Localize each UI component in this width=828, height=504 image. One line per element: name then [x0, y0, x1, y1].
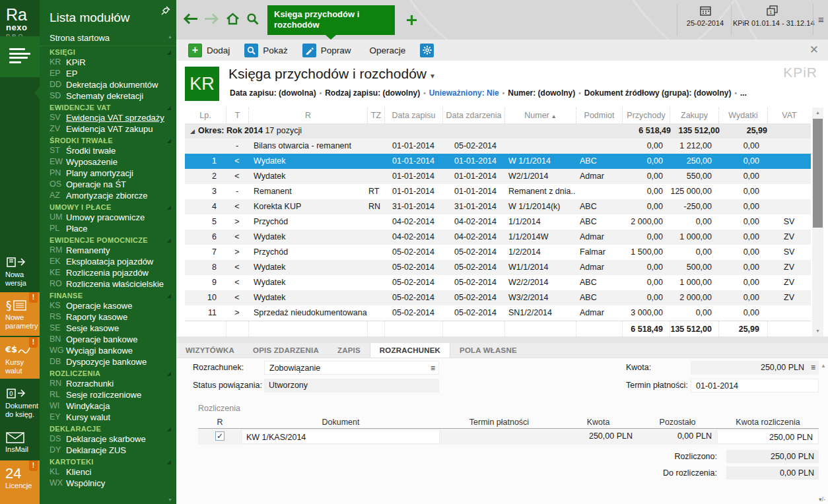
home-button[interactable]: [226, 13, 240, 25]
sidebar-item-pn[interactable]: PNPlany amortyzacji: [40, 168, 176, 179]
section-collapse-icon[interactable]: ◢: [167, 138, 171, 144]
period-widget[interactable]: 1 KPiR 01.01.14 - 31.12.14: [733, 5, 812, 27]
sidebar-section-header[interactable]: KSIĘGI◢: [40, 46, 176, 57]
sidebar-item-dd[interactable]: DDDekretacja dokumentów: [40, 79, 176, 90]
sidebar-item-wg[interactable]: WGWyciągi bankowe: [40, 345, 176, 356]
sidebar-item-se[interactable]: SESesje kasowe: [40, 323, 176, 334]
section-collapse-icon[interactable]: ◢: [167, 426, 171, 432]
column-header-vat[interactable]: VAT: [767, 108, 811, 123]
operations-menu[interactable]: Operacje: [370, 46, 406, 55]
sidebar-item-wx[interactable]: WXWspólnicy: [40, 478, 176, 489]
grid-row[interactable]: 2<Wydatek01-01-201401-01-2014W2/1/2014Ad…: [185, 169, 811, 184]
column-header-t[interactable]: T: [226, 108, 248, 123]
grid-row[interactable]: 8<Wydatek05-02-201405-02-2014W1/1/2014Ad…: [185, 260, 811, 275]
detail-tab-pola-własne[interactable]: POLA WŁASNE: [450, 343, 526, 358]
rozliczenia-row[interactable]: ✓KW 1/KAS/2014250,00 PLN0,00 PLN250,00 P…: [198, 429, 819, 445]
new-tab-button[interactable]: [406, 15, 417, 26]
dokument-field[interactable]: KW 1/KAS/2014: [242, 429, 440, 444]
field-menu-icon[interactable]: ≡: [431, 362, 435, 375]
filter-item[interactable]: Dokument źródłowy (grupa): (dowolny): [584, 88, 732, 98]
rozliczenie-checkbox[interactable]: ✓: [215, 431, 224, 441]
section-collapse-icon[interactable]: ◢: [167, 49, 171, 55]
grid-vertical-scrollbar[interactable]: ▲ ▼: [812, 108, 823, 336]
grid-row[interactable]: 6<Wydatek04-02-201404-02-20141/1/2014WAd…: [185, 230, 811, 245]
sidebar-item-zv[interactable]: ZVEwidencja VAT zakupu: [40, 123, 176, 135]
sidebar-section-header[interactable]: ŚRODKI TRWAŁE◢: [40, 135, 176, 145]
section-collapse-icon[interactable]: ◢: [167, 237, 171, 243]
scroll-up-button[interactable]: ▲: [812, 108, 823, 118]
filter-item[interactable]: Unieważniony: Nie: [429, 88, 499, 98]
group-row[interactable]: ◢Okres: Rok 2014 17 pozycji 6 518,49 135…: [185, 123, 811, 139]
grid-row[interactable]: 10<Wydatek05-02-201405-02-2014W3/2/2014A…: [185, 290, 811, 305]
rail-item-licencje[interactable]: ! 24 Licencje: [0, 460, 40, 504]
grid-row[interactable]: 5>Przychód04-02-201404-02-20141/1/2014AB…: [185, 214, 811, 230]
sidebar-item-dy[interactable]: DYDeklaracje ZUS: [40, 445, 176, 456]
sidebar-item-ro[interactable]: RORozliczenia właścicielskie: [40, 278, 176, 290]
sidebar-section-header[interactable]: DEKLARACJE◢: [40, 423, 176, 433]
edit-button[interactable]: Popraw: [321, 46, 351, 55]
sidebar-item-strona-startowa[interactable]: Strona startowa ▲: [40, 32, 176, 46]
column-header-wydatki[interactable]: Wydatki: [718, 108, 767, 123]
rozliczenia-column-header[interactable]: Kwota: [559, 416, 638, 429]
sidebar-item-az[interactable]: AZAmortyzacje zbiorcze: [40, 190, 176, 201]
sidebar-item-pl[interactable]: PLPłace: [40, 223, 176, 234]
module-menu-button[interactable]: [0, 36, 40, 77]
scrollbar-thumb[interactable]: [813, 119, 823, 228]
rozliczenia-column-header[interactable]: R: [198, 416, 242, 429]
work-date-widget[interactable]: 25-02-2014: [680, 5, 730, 27]
sidebar-item-ew[interactable]: EWWyposażenie: [40, 156, 176, 168]
detail-scroll-up-icon[interactable]: ▲: [821, 363, 826, 369]
section-collapse-icon[interactable]: ◢: [167, 459, 171, 465]
column-header-numer[interactable]: Numer▲: [504, 108, 576, 123]
grid-row-selected[interactable]: 1<Wydatek01-01-201401-01-2014W 1/1/2014A…: [185, 154, 811, 169]
close-view-button[interactable]: ✕: [810, 43, 819, 57]
pin-icon[interactable]: [160, 5, 171, 16]
add-button[interactable]: Dodaj: [207, 46, 230, 55]
rozliczenia-column-header[interactable]: Kwota rozliczenia: [717, 416, 819, 429]
rozliczenia-column-header[interactable]: Termin płatności: [440, 416, 559, 429]
filter-item[interactable]: Numer: (dowolny): [508, 88, 575, 98]
kwota-rozliczenia-field[interactable]: 250,00 PLN: [717, 429, 819, 444]
column-header-podmiot[interactable]: Podmiot: [576, 108, 622, 123]
filter-item[interactable]: Data zapisu: (dowolna): [230, 88, 316, 98]
rozliczenia-column-header[interactable]: Dokument: [242, 416, 440, 429]
termin-platnosci-field[interactable]: 01-01-2014: [691, 379, 819, 393]
column-header-r[interactable]: R: [248, 108, 367, 123]
sidebar-item-ke[interactable]: KERozliczenia pojazdów: [40, 267, 176, 278]
sidebar-item-ks[interactable]: KSOperacje kasowe: [40, 300, 176, 311]
status-powiazania-field[interactable]: Utworzony: [264, 379, 439, 393]
tab-ksiega-przychodow[interactable]: Księga przychodów i rozchodów: [267, 5, 395, 35]
rail-item-dokument-do-ksieg[interactable]: 0 Dokument do księg.: [0, 381, 40, 422]
grid-row[interactable]: 9<Wydatek05-02-201405-02-2014W2/2/2014AB…: [185, 275, 811, 290]
section-collapse-icon[interactable]: ◢: [167, 293, 171, 299]
add-button-icon[interactable]: +: [188, 44, 202, 57]
sidebar-item-os[interactable]: OSOperacje na ŚT: [40, 179, 176, 190]
detail-tab-opis-zdarzenia[interactable]: OPIS ZDARZENIA: [244, 343, 328, 358]
grid-row[interactable]: 4<Korekta KUPRN31-01-201431-01-2014W 1/1…: [185, 199, 811, 214]
grid-row[interactable]: 7>Przychód05-02-201405-02-20141/2/2014Fa…: [185, 245, 811, 260]
detail-tab-zapis[interactable]: ZAPIS: [328, 343, 370, 358]
sidebar-section-header[interactable]: ROZLICZENIA◢: [40, 367, 176, 378]
sidebar-item-kr[interactable]: KRKPiR: [40, 57, 176, 68]
column-header-tz[interactable]: TZ: [367, 108, 384, 123]
rail-item-nowa-wersja[interactable]: Nowa wersja: [0, 249, 40, 290]
sidebar-item-bn[interactable]: BNOperacje bankowe: [40, 334, 176, 345]
sidebar-item-kl[interactable]: KLKlienci: [40, 466, 176, 478]
filter-item[interactable]: Rodzaj zapisu: (dowolny): [325, 88, 420, 98]
page-title[interactable]: Księga przychodów i rozchodów▾: [228, 66, 434, 82]
column-header-zakupy[interactable]: Zakupy: [670, 108, 718, 123]
sidebar-section-header[interactable]: EWIDENCJE POMOCNICZE◢: [40, 234, 176, 245]
sidebar-section-header[interactable]: FINANSE◢: [40, 290, 176, 300]
settings-gear-button[interactable]: [420, 44, 434, 57]
rozliczenia-column-header[interactable]: Pozostało: [638, 416, 717, 429]
sidebar-item-ds[interactable]: DSDeklaracje skarbowe: [40, 433, 176, 445]
sidebar-item-wi[interactable]: WIWindykacja: [40, 400, 176, 412]
rozrachunek-field[interactable]: Zobowiązanie ≡: [264, 361, 439, 375]
sidebar-section-header[interactable]: UMOWY I PŁACE◢: [40, 201, 176, 212]
search-button[interactable]: [246, 13, 259, 25]
section-collapse-icon[interactable]: ◢: [167, 371, 171, 377]
sidebar-section-header[interactable]: EWIDENCJE VAT◢: [40, 102, 176, 112]
sidebar-item-rs[interactable]: RSRaporty kasowe: [40, 311, 176, 323]
sidebar-item-st[interactable]: STŚrodki trwałe: [40, 145, 176, 156]
grid-row[interactable]: 3-RemanentRT01-01-201401-01-2014Remanent…: [185, 184, 811, 199]
